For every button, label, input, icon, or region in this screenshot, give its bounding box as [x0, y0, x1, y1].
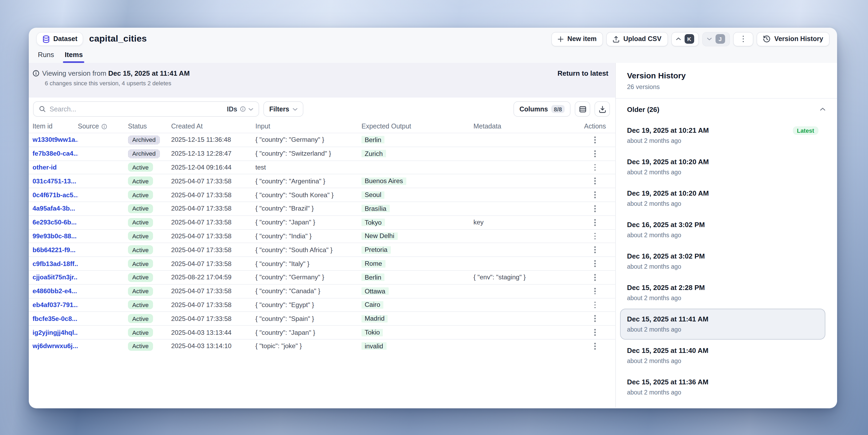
- columns-button[interactable]: Columns 8/8: [514, 101, 570, 117]
- item-id-link[interactable]: cjjoa5it75n3jr...: [33, 274, 78, 281]
- item-id-link[interactable]: 031c4751-13...: [33, 178, 76, 185]
- table-row[interactable]: 4a95afa4-3b...Active2025-04-07 17:33:58{…: [29, 201, 615, 215]
- table-row[interactable]: c9fb13ad-18ff...Active2025-04-07 17:33:5…: [29, 256, 615, 270]
- return-to-latest-link[interactable]: Return to latest: [557, 69, 608, 77]
- tab-items[interactable]: Items: [65, 51, 83, 63]
- expected-output-value: Seoul: [362, 191, 384, 198]
- status-cell: Archived: [128, 135, 171, 145]
- item-id-link[interactable]: ig2yjingjj4hql...: [33, 329, 78, 336]
- tab-runs[interactable]: Runs: [38, 51, 54, 63]
- table-row[interactable]: wj6dwrwxu6j...Active2025-04-03 13:14:10{…: [29, 339, 615, 353]
- item-id-cell: eb4af037-791...: [33, 301, 78, 309]
- row-actions-button[interactable]: [589, 286, 600, 297]
- avatar-j-menu-button[interactable]: J: [702, 32, 730, 46]
- item-id-link[interactable]: w1330t9ww1a...: [33, 136, 78, 144]
- row-actions-button[interactable]: [589, 148, 600, 159]
- expected-output-value: Zurich: [362, 150, 386, 157]
- item-id-link[interactable]: 4a95afa4-3b...: [33, 205, 75, 212]
- table-row[interactable]: fbcfe35e-0c8...Active2025-04-07 17:33:58…: [29, 312, 615, 325]
- table-row[interactable]: fe7b38e0-ca4...Archived2025-12-13 12:28:…: [29, 147, 615, 160]
- status-cell: Active: [128, 218, 171, 227]
- avatar-k-menu-button[interactable]: K: [671, 32, 699, 46]
- item-id-link[interactable]: fbcfe35e-0c8...: [33, 315, 77, 322]
- item-id-link[interactable]: c9fb13ad-18ff...: [33, 260, 78, 267]
- table-row[interactable]: eb4af037-791...Active2025-04-07 17:33:58…: [29, 298, 615, 312]
- row-actions-button[interactable]: [589, 217, 600, 228]
- table-row[interactable]: w1330t9ww1a...Archived2025-12-15 11:36:4…: [29, 133, 615, 147]
- row-actions-button[interactable]: [589, 134, 600, 145]
- more-options-button[interactable]: [733, 32, 753, 46]
- version-entry[interactable]: Dec 16, 2025 at 3:02 PMabout 2 months ag…: [620, 214, 825, 245]
- version-banner: Viewing version from Dec 15, 2025 at 11:…: [29, 63, 615, 98]
- column-header-metadata[interactable]: Metadata: [473, 123, 579, 130]
- row-actions-button[interactable]: [589, 299, 600, 310]
- created-at-cell: 2025-04-07 17:33:58: [171, 219, 255, 226]
- status-cell: Active: [128, 328, 171, 337]
- expected-output-value: Rome: [362, 260, 385, 267]
- row-actions-button[interactable]: [589, 230, 600, 242]
- version-entry[interactable]: Dec 15, 2025 at 11:40 AMabout 2 months a…: [620, 340, 825, 371]
- table-row[interactable]: other-idActive2025-12-04 09:16:44test: [29, 160, 615, 174]
- table-row[interactable]: cjjoa5it75n3jr...Active2025-08-22 17:04:…: [29, 270, 615, 284]
- version-entry[interactable]: Dec 15, 2025 at 11:41 AMabout 2 months a…: [620, 309, 825, 340]
- item-id-link[interactable]: b6b64221-f9...: [33, 246, 75, 254]
- chevron-up-icon[interactable]: [820, 108, 825, 111]
- filters-button[interactable]: Filters: [264, 101, 303, 117]
- item-id-link[interactable]: eb4af037-791...: [33, 301, 78, 309]
- version-history-button[interactable]: Version History: [757, 32, 830, 46]
- item-id-link[interactable]: 99e93b0c-88...: [33, 232, 76, 240]
- row-actions-button[interactable]: [589, 244, 600, 255]
- download-button[interactable]: [594, 101, 610, 117]
- row-actions-button[interactable]: [589, 162, 600, 173]
- row-actions-button[interactable]: [589, 341, 600, 351]
- version-entry[interactable]: Dec 15, 2025 at 11:36 AMabout 2 months a…: [620, 372, 825, 402]
- column-header-created-at[interactable]: Created At: [171, 123, 255, 130]
- row-actions-button[interactable]: [589, 189, 600, 200]
- row-actions-button[interactable]: [589, 272, 600, 283]
- table-row[interactable]: 031c4751-13...Active2025-04-07 17:33:58{…: [29, 174, 615, 188]
- row-height-button[interactable]: [575, 101, 590, 117]
- row-actions-button[interactable]: [589, 327, 600, 338]
- table-row[interactable]: ig2yjingjj4hql...Active2025-04-03 13:13:…: [29, 325, 615, 339]
- column-header-status[interactable]: Status: [128, 123, 171, 130]
- download-icon: [598, 105, 606, 113]
- row-actions: [579, 272, 611, 283]
- table-row[interactable]: b6b64221-f9...Active2025-04-07 17:33:58{…: [29, 243, 615, 257]
- ids-dropdown[interactable]: IDs: [227, 105, 253, 113]
- expected-output-cell: Madrid: [362, 315, 473, 322]
- column-header-input[interactable]: Input: [255, 123, 362, 130]
- item-id-link[interactable]: fe7b38e0-ca4...: [33, 150, 78, 157]
- row-actions-button[interactable]: [589, 258, 600, 269]
- table-row[interactable]: 0c4f671b-ac5...Active2025-04-07 17:33:58…: [29, 188, 615, 201]
- item-id-link[interactable]: e4860bb2-e4...: [33, 287, 77, 295]
- item-id-link[interactable]: 0c4f671b-ac5...: [33, 191, 78, 198]
- table-row[interactable]: e4860bb2-e4...Active2025-04-07 17:33:58{…: [29, 284, 615, 298]
- row-actions-button[interactable]: [589, 313, 600, 324]
- column-header-expected-output[interactable]: Expected Output: [362, 123, 473, 130]
- new-item-button[interactable]: New item: [551, 32, 603, 46]
- table-row[interactable]: 6e293c50-6b...Active2025-04-07 17:33:58{…: [29, 215, 615, 229]
- version-entry[interactable]: Dec 15, 2025 at 2:28 PMabout 2 months ag…: [620, 277, 825, 308]
- row-actions-button[interactable]: [589, 176, 600, 187]
- search-input[interactable]: [50, 105, 223, 113]
- item-id-link[interactable]: 6e293c50-6b...: [33, 219, 76, 226]
- info-icon: [240, 106, 246, 112]
- created-at-cell: 2025-04-07 17:33:58: [171, 232, 255, 240]
- metadata-cell: { "env": "staging" }: [473, 274, 579, 281]
- version-entry[interactable]: Dec 16, 2025 at 3:02 PMabout 2 months ag…: [620, 246, 825, 277]
- version-entry[interactable]: Dec 19, 2025 at 10:20 AMabout 2 months a…: [620, 183, 825, 214]
- column-header-source[interactable]: Source: [78, 123, 128, 130]
- tab-bar: Runs Items: [29, 48, 837, 63]
- item-id-link[interactable]: other-id: [33, 164, 57, 171]
- status-badge: Active: [128, 314, 153, 323]
- older-section-header[interactable]: Older (26): [616, 99, 837, 117]
- version-entry[interactable]: Dec 19, 2025 at 10:20 AMabout 2 months a…: [620, 151, 825, 182]
- item-id-link[interactable]: wj6dwrwxu6j...: [33, 343, 78, 350]
- column-header-item-id[interactable]: Item id: [33, 123, 78, 130]
- item-id-cell: 99e93b0c-88...: [33, 232, 78, 240]
- row-actions-button[interactable]: [589, 203, 600, 214]
- expected-output-value: Berlin: [362, 136, 384, 144]
- table-row[interactable]: 99e93b0c-88...Active2025-04-07 17:33:58{…: [29, 229, 615, 243]
- version-entry[interactable]: Dec 19, 2025 at 10:21 AMLatestabout 2 mo…: [620, 120, 825, 151]
- upload-csv-button[interactable]: Upload CSV: [606, 32, 668, 46]
